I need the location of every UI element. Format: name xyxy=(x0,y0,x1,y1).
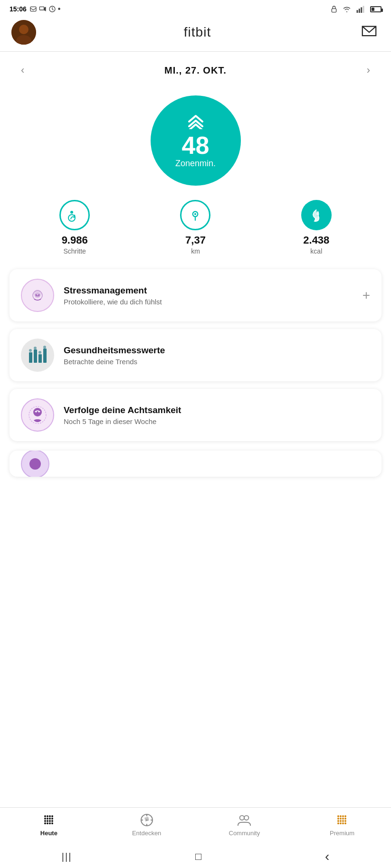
today-icon xyxy=(41,812,57,828)
android-nav-bar: ||| □ ‹ xyxy=(0,843,391,868)
calories-value: 2.438 xyxy=(303,234,329,246)
svg-rect-21 xyxy=(29,352,32,363)
svg-rect-4 xyxy=(332,9,336,12)
steps-stat[interactable]: 9.986 Schritte xyxy=(59,200,90,255)
nav-today[interactable]: Heute xyxy=(0,812,98,837)
svg-point-66 xyxy=(337,820,339,822)
svg-point-10 xyxy=(19,25,29,34)
mindful-card-subtitle: Noch 5 Tage in dieser Woche xyxy=(64,417,370,425)
zone-minutes-label: Zonenmin. xyxy=(175,159,216,169)
premium-label: Premium xyxy=(330,830,354,837)
nav-discover[interactable]: Entdecken xyxy=(98,812,196,837)
discover-label: Entdecken xyxy=(132,830,161,837)
svg-point-62 xyxy=(337,818,339,820)
svg-point-20 xyxy=(38,294,40,296)
svg-point-27 xyxy=(38,351,41,354)
svg-rect-8 xyxy=(363,6,364,13)
today-label: Heute xyxy=(40,830,57,837)
inbox-button[interactable] xyxy=(359,22,380,43)
community-icon xyxy=(237,812,252,828)
calories-icon xyxy=(301,200,332,230)
svg-point-71 xyxy=(340,822,342,824)
svg-point-46 xyxy=(44,822,46,824)
svg-point-37 xyxy=(51,815,53,817)
calories-stat[interactable]: 2.438 kcal xyxy=(301,200,332,255)
health-card-title: Gesundheitsmesswerte xyxy=(64,345,370,356)
zone-chevrons-icon xyxy=(185,113,206,131)
date-navigation: ‹ MI., 27. OKT. › xyxy=(0,52,391,86)
android-home-button[interactable]: □ xyxy=(195,850,201,863)
svg-point-59 xyxy=(340,815,342,817)
svg-point-58 xyxy=(337,815,339,817)
cards-section: Stressmanagement Protokolliere, wie du d… xyxy=(0,269,391,441)
svg-point-61 xyxy=(344,815,346,817)
android-back-button[interactable]: ‹ xyxy=(325,849,329,864)
health-card-subtitle: Betrachte deine Trends xyxy=(64,358,370,366)
nav-community[interactable]: Community xyxy=(196,812,294,837)
prev-date-button[interactable]: ‹ xyxy=(17,60,28,80)
distance-value: 7,37 xyxy=(185,234,206,246)
svg-point-47 xyxy=(47,822,48,824)
partial-card-icon xyxy=(21,451,49,477)
health-card[interactable]: Gesundheitsmesswerte Betrachte deine Tre… xyxy=(10,329,381,381)
notification-icons: • xyxy=(29,5,61,13)
svg-point-13 xyxy=(70,211,73,214)
mindful-card-title: Verfolge deine Achtsamkeit xyxy=(64,405,370,415)
mindful-card[interactable]: Verfolge deine Achtsamkeit Noch 5 Tage i… xyxy=(10,389,381,441)
svg-rect-7 xyxy=(361,7,362,13)
svg-point-41 xyxy=(51,818,53,820)
svg-point-19 xyxy=(36,294,37,296)
app-header: fitbit xyxy=(0,16,391,52)
android-recents-button[interactable]: ||| xyxy=(62,851,72,862)
steps-icon xyxy=(59,200,90,230)
stress-card-subtitle: Protokolliere, wie du dich fühlst xyxy=(64,298,353,306)
svg-point-57 xyxy=(244,816,248,820)
svg-point-68 xyxy=(342,820,344,822)
nav-premium[interactable]: Premium xyxy=(293,812,391,837)
stress-add-button[interactable]: + xyxy=(362,288,370,303)
svg-point-48 xyxy=(49,822,51,824)
stress-card[interactable]: Stressmanagement Protokolliere, wie du d… xyxy=(10,269,381,321)
svg-point-73 xyxy=(344,822,346,824)
current-date: MI., 27. OKT. xyxy=(164,65,227,76)
svg-rect-1 xyxy=(39,7,44,10)
calories-label: kcal xyxy=(310,247,322,255)
svg-rect-5 xyxy=(357,10,358,13)
discover-icon xyxy=(139,812,154,828)
svg-point-40 xyxy=(49,818,51,820)
svg-point-49 xyxy=(51,822,53,824)
svg-point-12 xyxy=(68,215,75,221)
premium-icon xyxy=(334,812,350,828)
steps-label: Schritte xyxy=(63,247,86,255)
svg-rect-23 xyxy=(38,354,42,363)
stats-row: 9.986 Schritte 7,37 km 2.438 kcal xyxy=(0,200,391,269)
svg-point-56 xyxy=(240,816,244,820)
svg-point-25 xyxy=(29,349,32,352)
svg-point-43 xyxy=(47,820,48,822)
next-date-button[interactable]: › xyxy=(363,60,374,80)
distance-stat[interactable]: 7,37 km xyxy=(180,200,210,255)
mindful-card-text: Verfolge deine Achtsamkeit Noch 5 Tage i… xyxy=(64,405,370,425)
steps-value: 9.986 xyxy=(62,234,88,246)
health-card-text: Gesundheitsmesswerte Betrachte deine Tre… xyxy=(64,345,370,366)
svg-point-72 xyxy=(342,822,344,824)
stress-card-text: Stressmanagement Protokolliere, wie du d… xyxy=(64,285,353,306)
app-title: fitbit xyxy=(184,25,211,40)
svg-point-39 xyxy=(47,818,48,820)
avatar[interactable] xyxy=(11,20,36,45)
mindful-icon-wrap xyxy=(21,398,54,432)
svg-point-15 xyxy=(194,213,196,215)
svg-point-30 xyxy=(33,408,42,416)
zone-minutes-circle[interactable]: 48 Zonenmin. xyxy=(151,95,241,186)
svg-point-35 xyxy=(47,815,48,817)
wifi-icon xyxy=(342,5,352,13)
svg-point-38 xyxy=(44,818,46,820)
svg-rect-24 xyxy=(43,349,47,363)
svg-point-44 xyxy=(49,820,51,822)
partial-card xyxy=(10,451,381,477)
svg-point-33 xyxy=(29,458,41,470)
svg-point-63 xyxy=(340,818,342,820)
zone-minutes-value: 48 xyxy=(182,133,210,158)
distance-label: km xyxy=(191,247,200,255)
zone-minutes-section[interactable]: 48 Zonenmin. xyxy=(0,86,391,200)
